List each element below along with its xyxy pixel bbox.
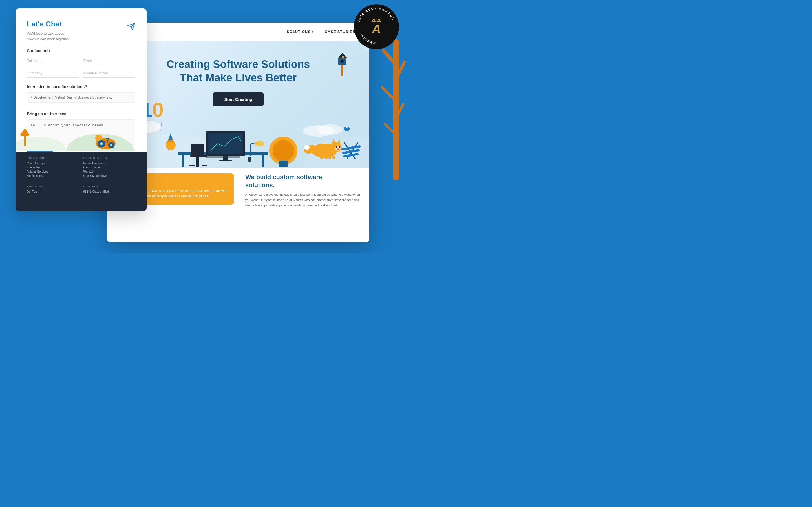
chair-illustration: [341, 136, 364, 165]
build-text: At Clevyr we believe technology should j…: [245, 192, 362, 208]
build-title: We build custom software solutions.: [245, 173, 362, 189]
chat-title: Let's Chat: [27, 20, 135, 29]
svg-point-12: [110, 144, 112, 146]
footer-core-offerings[interactable]: Core Offerings: [27, 162, 79, 165]
svg-line-70: [345, 154, 357, 156]
chat-subtitle: We'd love to talk about how we can work …: [27, 31, 135, 42]
svg-marker-55: [337, 139, 341, 144]
scooter-illustration: 7: [15, 128, 147, 151]
paper-plane-icon: [128, 22, 135, 32]
footer-case-studies-col: CASE STUDIES Robyn Promotions OKC Thunde…: [84, 157, 136, 179]
chat-header: Let's Chat We'd love to talk about how w…: [27, 20, 135, 42]
svg-point-2: [15, 136, 66, 151]
footer-address: 912 N. Classen Blvd.: [84, 190, 136, 193]
hero-title: Creating Software Solutions That Make Li…: [167, 58, 310, 84]
footer-okc[interactable]: OKC Thunder: [84, 166, 136, 169]
svg-rect-33: [182, 156, 184, 167]
svg-rect-46: [278, 161, 288, 167]
footer-contact-title: CONTACT US: [84, 185, 136, 188]
speed-label: Bring us up-to-speed: [27, 112, 135, 116]
svg-line-69: [343, 150, 359, 153]
footer-specialties[interactable]: Specialties: [27, 166, 79, 169]
svg-rect-43: [248, 157, 252, 162]
phone-input[interactable]: [84, 69, 136, 78]
svg-point-57: [336, 146, 338, 148]
svg-rect-51: [191, 144, 204, 156]
svg-rect-62: [320, 156, 323, 159]
name-email-row: [27, 56, 135, 65]
addy-a-letter: A: [372, 23, 381, 35]
svg-rect-34: [262, 156, 264, 167]
nav-solutions[interactable]: SOLUTIONS ▾: [287, 30, 313, 34]
svg-point-45: [273, 140, 294, 161]
footer-related-services[interactable]: Related Services: [27, 170, 79, 173]
footer-about-title: ABOUT US: [27, 185, 79, 188]
birdhouse-illustration: [337, 47, 354, 80]
build-section: We build custom software solutions. At C…: [238, 168, 369, 242]
svg-point-74: [341, 60, 344, 62]
company-input[interactable]: [27, 69, 79, 78]
svg-rect-63: [325, 156, 327, 159]
fox-illustration: [302, 136, 347, 159]
svg-point-10: [100, 142, 103, 145]
contact-section-label: Contact Info: [27, 48, 135, 53]
butterfly-icon: [344, 127, 350, 131]
svg-point-24: [317, 124, 343, 135]
email-input[interactable]: [84, 56, 136, 65]
footer-about-col: ABOUT US Our Team: [27, 185, 79, 194]
footer-guess[interactable]: Guess Match Trivia: [84, 174, 136, 177]
navigation: SOLUTIONS ▾ CASE STUDIES: [287, 30, 355, 34]
footer-case-studies-title: CASE STUDIES: [84, 157, 136, 159]
full-name-input[interactable]: [27, 56, 79, 65]
footer-works24[interactable]: Works24: [84, 170, 136, 173]
footer-contact-col: CONTACT US 912 N. Classen Blvd.: [84, 185, 136, 194]
nav-case-studies[interactable]: CASE STUDIES: [325, 30, 355, 34]
chevron-down-icon: ▾: [312, 30, 313, 33]
svg-text:0: 0: [152, 99, 163, 121]
svg-rect-50: [202, 165, 207, 166]
addy-award-badge: 2020 ADDY AWARDS WINNER 2020 A: [354, 4, 399, 49]
svg-rect-65: [332, 156, 335, 159]
footer-solutions-col: SOLUTIONS Core Offerings Specialties Rel…: [27, 157, 79, 179]
svg-point-61: [304, 145, 310, 150]
card-footer: SOLUTIONS Core Offerings Specialties Rel…: [15, 152, 147, 211]
svg-point-75: [342, 56, 344, 58]
footer-methodology[interactable]: Methodology: [27, 174, 79, 177]
svg-point-59: [337, 149, 340, 150]
svg-line-68: [343, 147, 359, 149]
addy-center: 2020 A: [364, 14, 389, 40]
desk-illustration: 1 0: [121, 94, 319, 168]
footer-robyn[interactable]: Robyn Promotions: [84, 162, 136, 165]
svg-marker-31: [168, 133, 172, 140]
svg-point-42: [254, 141, 264, 147]
svg-text:7: 7: [106, 136, 109, 144]
chat-card: Let's Chat We'd love to talk about how w…: [15, 8, 147, 211]
svg-rect-64: [328, 156, 331, 159]
company-phone-row: [27, 69, 135, 78]
svg-rect-38: [219, 160, 232, 161]
addy-outer-ring: 2020 ADDY AWARDS WINNER 2020 A: [354, 4, 399, 49]
svg-rect-49: [189, 165, 195, 166]
svg-rect-39: [206, 156, 240, 158]
svg-point-58: [339, 146, 340, 148]
footer-our-team[interactable]: Our Team: [27, 190, 79, 193]
solutions-input[interactable]: [27, 93, 135, 103]
footer-solutions-title: SOLUTIONS: [27, 157, 79, 159]
svg-rect-36: [208, 133, 243, 154]
solutions-label: Interested in specific solutions?: [27, 84, 135, 89]
svg-rect-48: [196, 157, 199, 167]
